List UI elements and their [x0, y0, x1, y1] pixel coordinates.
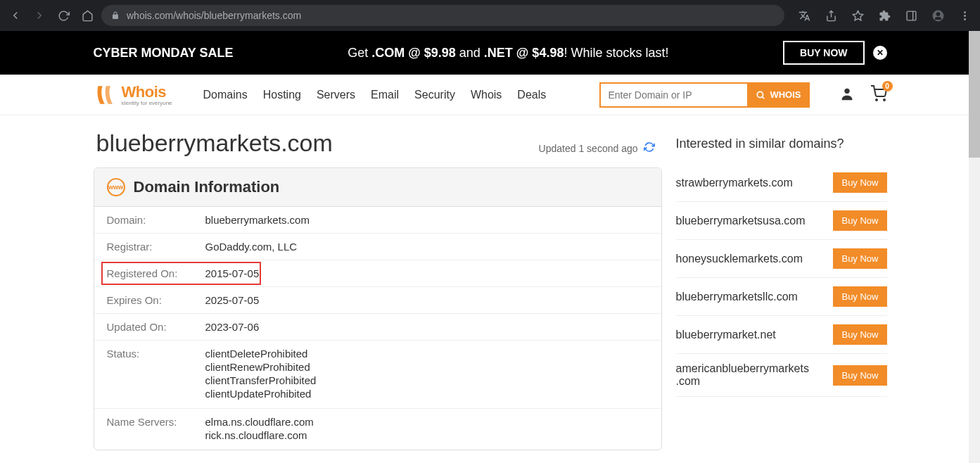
svg-point-5 — [936, 12, 940, 16]
similar-domain-name: blueberrymarket.net — [676, 329, 776, 341]
sidebar-heading: Interested in similar domains? — [676, 137, 887, 151]
similar-domain-row: strawberrymarkets.comBuy Now — [676, 164, 887, 202]
www-icon: www — [107, 178, 125, 196]
info-row: Expires On:2025-07-05 — [94, 287, 661, 314]
info-label: Registered On: — [107, 267, 205, 279]
search-input[interactable] — [599, 82, 747, 108]
nav-hosting[interactable]: Hosting — [263, 89, 301, 101]
nav-email[interactable]: Email — [371, 89, 399, 101]
info-value: blueberrymarkets.com — [205, 214, 310, 226]
info-label: Domain: — [107, 214, 205, 226]
promo-sale-text: CYBER MONDAY SALE — [94, 46, 234, 61]
svg-marker-1 — [853, 11, 863, 20]
svg-rect-2 — [907, 11, 916, 20]
promo-close-button[interactable]: ✕ — [873, 46, 887, 60]
svg-point-11 — [844, 88, 849, 93]
nav-security[interactable]: Security — [414, 89, 455, 101]
similar-domain-name: honeysucklemarkets.com — [676, 253, 803, 265]
address-bar[interactable]: whois.com/whois/blueberrymarkets.com — [101, 5, 784, 26]
info-row: Registrar:GoDaddy.com, LLC — [94, 234, 661, 260]
panel-icon[interactable] — [901, 6, 921, 25]
svg-point-6 — [964, 11, 966, 13]
info-row: Name Servers:elma.ns.cloudflare.comrick.… — [94, 409, 661, 450]
buy-now-button[interactable]: Buy Now — [833, 324, 886, 345]
translate-icon[interactable] — [794, 6, 814, 25]
panel-heading: Domain Information — [134, 178, 280, 196]
similar-domain-name: americanblueberrymarkets.com — [676, 362, 810, 388]
scrollbar-thumb[interactable] — [969, 31, 980, 158]
logo-subtext: identity for everyone — [122, 100, 172, 106]
info-label: Updated On: — [107, 321, 205, 333]
logo-icon — [94, 84, 116, 106]
profile-icon[interactable] — [928, 6, 948, 25]
similar-domain-row: blueberrymarket.netBuy Now — [676, 316, 887, 354]
svg-point-8 — [964, 18, 966, 20]
logo-text: Whois — [122, 83, 167, 101]
buy-now-button[interactable]: Buy Now — [833, 172, 886, 193]
buy-now-button[interactable]: Buy Now — [833, 286, 886, 307]
home-button[interactable] — [77, 6, 97, 25]
info-value: elma.ns.cloudflare.comrick.ns.cloudflare… — [205, 416, 314, 443]
whois-search-button[interactable]: WHOIS — [747, 82, 809, 108]
similar-domain-row: blueberrymarketsllc.comBuy Now — [676, 278, 887, 316]
extensions-icon[interactable] — [874, 6, 894, 25]
similar-domain-name: blueberrymarketsllc.com — [676, 291, 798, 303]
logo[interactable]: Whois identity for everyone — [94, 83, 172, 106]
svg-point-12 — [876, 99, 877, 101]
back-button[interactable] — [6, 6, 25, 25]
share-icon[interactable] — [821, 6, 841, 25]
reload-button[interactable] — [53, 6, 73, 25]
info-value: 2015-07-05 — [205, 267, 260, 279]
svg-point-9 — [758, 91, 763, 97]
info-value: clientDeleteProhibitedclientRenewProhibi… — [205, 348, 317, 401]
info-row: Status:clientDeleteProhibitedclientRenew… — [94, 341, 661, 409]
info-label: Registrar: — [107, 241, 205, 253]
search-icon — [756, 90, 765, 100]
info-row: Registered On:2015-07-05 — [94, 260, 661, 287]
promo-banner: CYBER MONDAY SALE Get .COM @ $9.98 and .… — [0, 31, 980, 75]
menu-icon[interactable] — [955, 6, 974, 25]
nav-servers[interactable]: Servers — [317, 89, 355, 101]
refresh-button[interactable] — [644, 141, 655, 155]
promo-buy-button[interactable]: BUY NOW — [783, 41, 864, 65]
info-value: 2025-07-05 — [205, 294, 260, 306]
svg-point-13 — [884, 99, 885, 101]
info-row: Updated On:2023-07-06 — [94, 314, 661, 341]
nav-domains[interactable]: Domains — [203, 89, 248, 101]
account-icon[interactable] — [839, 86, 855, 104]
browser-chrome: whois.com/whois/blueberrymarkets.com — [0, 0, 980, 31]
forward-button[interactable] — [30, 6, 49, 25]
svg-point-7 — [964, 15, 966, 17]
info-label: Name Servers: — [107, 416, 205, 443]
updated-text: Updated 1 second ago — [539, 143, 638, 154]
lock-icon — [111, 11, 120, 20]
similar-domain-name: blueberrymarketsusa.com — [676, 215, 806, 227]
main-nav: DomainsHostingServersEmailSecurityWhoisD… — [203, 89, 547, 101]
bookmark-icon[interactable] — [848, 6, 867, 25]
cart-icon[interactable]: 0 — [870, 85, 887, 105]
domain-info-panel: www Domain Information Domain:blueberrym… — [94, 167, 662, 450]
similar-domain-row: blueberrymarketsusa.comBuy Now — [676, 202, 887, 240]
site-header: Whois identity for everyone DomainsHosti… — [0, 75, 980, 115]
info-value: 2023-07-06 — [205, 321, 260, 333]
promo-center-text: Get .COM @ $9.98 and .NET @ $4.98! While… — [348, 46, 668, 61]
info-value: GoDaddy.com, LLC — [205, 241, 298, 253]
cart-count-badge: 0 — [882, 81, 893, 91]
buy-now-button[interactable]: Buy Now — [833, 210, 886, 231]
svg-line-10 — [763, 96, 765, 99]
nav-deals[interactable]: Deals — [517, 89, 546, 101]
similar-domain-row: honeysucklemarkets.comBuy Now — [676, 240, 887, 278]
similar-domain-name: strawberrymarkets.com — [676, 177, 793, 189]
info-label: Expires On: — [107, 294, 205, 306]
similar-domain-row: americanblueberrymarkets.comBuy Now — [676, 354, 887, 397]
info-row: Domain:blueberrymarkets.com — [94, 207, 661, 234]
scrollbar[interactable] — [969, 31, 980, 463]
buy-now-button[interactable]: Buy Now — [833, 365, 886, 386]
info-label: Status: — [107, 348, 205, 401]
nav-whois[interactable]: Whois — [471, 89, 502, 101]
buy-now-button[interactable]: Buy Now — [833, 248, 886, 269]
url-text: whois.com/whois/blueberrymarkets.com — [127, 10, 301, 21]
